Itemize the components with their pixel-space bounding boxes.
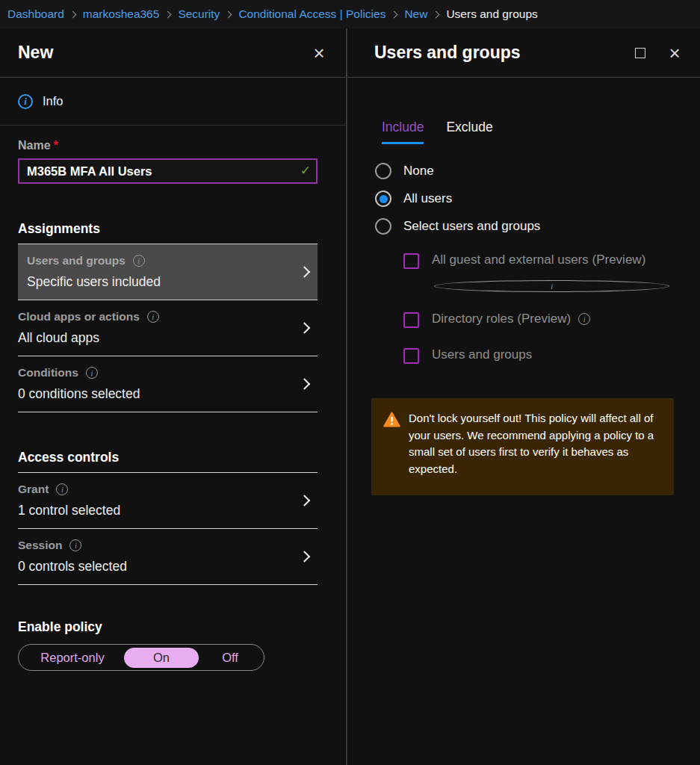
users-and-groups-panel: Users and groups × Include Exclude None [346,28,700,765]
assignments-list: Users and groups i Specific users includ… [18,244,318,412]
breadcrumb-link-dashboard[interactable]: Dashboard [7,7,64,21]
info-banner[interactable]: i Info [0,78,346,126]
nav-item-conditions[interactable]: Conditions i 0 conditions selected [18,356,318,412]
warning-text: Don't lock yourself out! This policy wil… [409,410,655,477]
close-icon[interactable]: × [309,43,329,64]
checkbox-icon [403,348,419,364]
info-icon: i [18,94,33,109]
breadcrumb-separator-icon [164,10,172,18]
assignments-heading: Assignments [18,221,318,237]
breadcrumb-link-conditional-access[interactable]: Conditional Access | Policies [238,7,385,21]
required-asterisk: * [54,139,58,152]
breadcrumb-separator-icon [225,10,232,18]
include-radio-group: None All users Select users and groups [375,163,675,235]
breadcrumb-separator-icon [391,10,398,18]
breadcrumb-link-tenant[interactable]: markoshea365 [83,7,160,21]
nav-item-value: All cloud apps [18,330,310,346]
info-icon: i [133,255,145,267]
new-panel-content: Name* ✓ Assignments Users and groups i S… [0,126,346,671]
users-groups-content: Include Exclude None All users Select us… [347,78,700,495]
info-icon: i [147,311,159,323]
checkbox-directory-roles[interactable]: Directory roles (Preview) i [403,312,675,328]
info-icon: i [86,367,98,379]
info-icon: i [578,313,590,325]
panel-title: Users and groups [374,43,630,63]
access-controls-heading: Access controls [18,450,318,465]
nav-item-grant[interactable]: Grant i 1 control selected [18,472,318,528]
toggle-option-off[interactable]: Off [199,648,261,668]
users-groups-panel-header: Users and groups × [347,28,700,78]
nav-item-value: 0 conditions selected [18,386,310,402]
policy-name-input[interactable] [18,158,318,184]
nav-item-value: 1 control selected [18,503,310,518]
tab-include[interactable]: Include [382,120,424,144]
checkbox-icon [403,312,419,328]
breadcrumb-separator-icon [433,10,440,18]
page-title: New [18,43,309,63]
radio-icon [375,163,391,179]
info-icon: i [434,280,669,292]
nav-item-cloud-apps[interactable]: Cloud apps or actions i All cloud apps [18,300,318,356]
azure-portal-screen: Dashboard markoshea365 Security Conditio… [0,0,700,765]
new-policy-panel: New × i Info Name* ✓ Assignments Users a… [0,28,346,765]
lockout-warning-banner: Don't lock yourself out! This policy wil… [371,398,674,495]
breadcrumb-link-new[interactable]: New [404,7,427,21]
access-controls-list: Grant i 1 control selected Session i 0 c… [18,472,318,585]
radio-selected-icon [375,191,391,207]
breadcrumb-separator-icon [69,10,76,18]
info-banner-label: Info [43,94,64,108]
name-field-label: Name* [18,139,318,152]
new-panel-header: New × [0,28,346,78]
info-icon: i [56,483,68,495]
nav-item-users-and-groups[interactable]: Users and groups i Specific users includ… [18,244,318,300]
breadcrumb-link-security[interactable]: Security [178,7,220,21]
user-type-checkbox-group: All guest and external users (Preview) i… [403,253,675,364]
include-exclude-tabs: Include Exclude [382,120,675,144]
checkbox-icon [403,253,419,269]
maximize-icon[interactable] [630,43,651,64]
breadcrumb-current: Users and groups [446,7,537,21]
close-icon[interactable]: × [664,43,685,64]
checkbox-users-and-groups[interactable]: Users and groups [403,347,675,364]
toggle-option-on[interactable]: On [124,648,199,668]
breadcrumb: Dashboard markoshea365 Security Conditio… [0,0,700,28]
warning-triangle-icon [383,412,400,477]
checkbox-all-guest-external[interactable]: All guest and external users (Preview) i [403,253,675,292]
tab-exclude[interactable]: Exclude [446,120,492,144]
radio-select-users-groups[interactable]: Select users and groups [375,218,675,235]
nav-item-session[interactable]: Session i 0 controls selected [18,528,318,585]
info-icon: i [69,539,81,551]
toggle-option-report-only[interactable]: Report-only [21,648,124,668]
radio-all-users[interactable]: All users [375,191,675,207]
nav-item-value: 0 controls selected [18,559,310,574]
valid-check-icon: ✓ [300,163,311,178]
enable-policy-heading: Enable policy [18,619,318,635]
enable-policy-toggle: Report-only On Off [18,644,264,671]
radio-none[interactable]: None [375,163,675,179]
radio-icon [375,218,391,235]
nav-item-value: Specific users included [27,274,310,290]
